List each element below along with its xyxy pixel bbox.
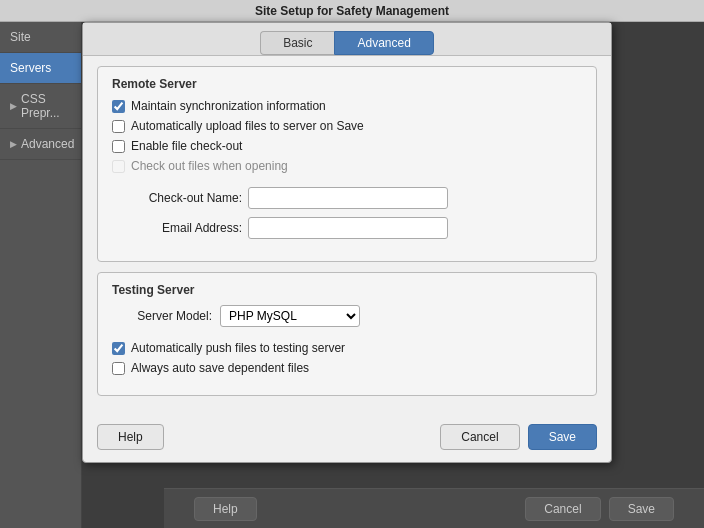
sidebar-item-advanced-label: Advanced	[21, 137, 74, 151]
tab-basic[interactable]: Basic	[260, 31, 334, 55]
checkout-name-row: Check-out Name:	[112, 187, 582, 209]
dialog-footer: Help Cancel Save	[83, 416, 611, 462]
bottom-bar: Help Cancel Save	[164, 488, 704, 528]
tab-advanced[interactable]: Advanced	[334, 31, 433, 55]
title-bar: Site Setup for Safety Management	[0, 0, 704, 22]
sidebar-item-site[interactable]: Site	[0, 22, 81, 53]
right-panel: Basic Advanced Remote Server Maintain sy…	[82, 22, 704, 528]
sidebar-item-css-label: CSS Prepr...	[21, 92, 71, 120]
checkbox-auto-save-input[interactable]	[112, 362, 125, 375]
sidebar: Site Servers ▶ CSS Prepr... ▶ Advanced	[0, 22, 82, 528]
checkbox-enable-checkout: Enable file check-out	[112, 139, 582, 153]
checkbox-checkout-opening-input	[112, 160, 125, 173]
email-address-row: Email Address:	[112, 217, 582, 239]
checkbox-checkout-opening-label: Check out files when opening	[131, 159, 288, 173]
dialog-content: Remote Server Maintain synchronization i…	[83, 56, 611, 416]
testing-server-title: Testing Server	[112, 283, 582, 297]
bottom-cancel-button[interactable]: Cancel	[525, 497, 600, 521]
checkbox-enable-checkout-input[interactable]	[112, 140, 125, 153]
testing-server-section: Testing Server Server Model: PHP MySQL A…	[97, 272, 597, 396]
checkbox-checkout-opening: Check out files when opening	[112, 159, 582, 173]
checkbox-auto-upload: Automatically upload files to server on …	[112, 119, 582, 133]
sidebar-item-advanced[interactable]: ▶ Advanced	[0, 129, 81, 160]
email-address-input[interactable]	[248, 217, 448, 239]
checkbox-auto-upload-label: Automatically upload files to server on …	[131, 119, 364, 133]
server-model-row: Server Model: PHP MySQL ASP JavaScript A…	[112, 305, 582, 327]
checkbox-auto-save-label: Always auto save dependent files	[131, 361, 309, 375]
checkbox-enable-checkout-label: Enable file check-out	[131, 139, 242, 153]
checkbox-maintain-sync: Maintain synchronization information	[112, 99, 582, 113]
bottom-right-buttons: Cancel Save	[525, 497, 674, 521]
bottom-save-button[interactable]: Save	[609, 497, 674, 521]
checkbox-auto-save-dependent: Always auto save dependent files	[112, 361, 582, 375]
sidebar-item-site-label: Site	[10, 30, 31, 44]
server-model-select[interactable]: PHP MySQL ASP JavaScript ASP VBScript AS…	[220, 305, 360, 327]
checkbox-maintain-sync-label: Maintain synchronization information	[131, 99, 326, 113]
remote-server-section: Remote Server Maintain synchronization i…	[97, 66, 597, 262]
checkbox-auto-upload-input[interactable]	[112, 120, 125, 133]
sidebar-item-servers-label: Servers	[10, 61, 51, 75]
checkout-name-input[interactable]	[248, 187, 448, 209]
checkbox-auto-push: Automatically push files to testing serv…	[112, 341, 582, 355]
checkbox-auto-push-label: Automatically push files to testing serv…	[131, 341, 345, 355]
email-address-label: Email Address:	[112, 221, 242, 235]
sidebar-item-servers[interactable]: Servers	[0, 53, 81, 84]
save-button[interactable]: Save	[528, 424, 597, 450]
checkout-name-label: Check-out Name:	[112, 191, 242, 205]
dialog: Basic Advanced Remote Server Maintain sy…	[82, 22, 612, 463]
chevron-icon-adv: ▶	[10, 139, 17, 149]
server-model-label: Server Model:	[112, 309, 212, 323]
remote-server-title: Remote Server	[112, 77, 582, 91]
checkbox-maintain-sync-input[interactable]	[112, 100, 125, 113]
help-button[interactable]: Help	[97, 424, 164, 450]
title-bar-text: Site Setup for Safety Management	[255, 4, 449, 18]
chevron-icon: ▶	[10, 101, 17, 111]
bottom-help-button[interactable]: Help	[194, 497, 257, 521]
cancel-button[interactable]: Cancel	[440, 424, 519, 450]
sidebar-item-css-prepr[interactable]: ▶ CSS Prepr...	[0, 84, 81, 129]
footer-right: Cancel Save	[440, 424, 597, 450]
checkbox-auto-push-input[interactable]	[112, 342, 125, 355]
tab-bar: Basic Advanced	[83, 23, 611, 56]
